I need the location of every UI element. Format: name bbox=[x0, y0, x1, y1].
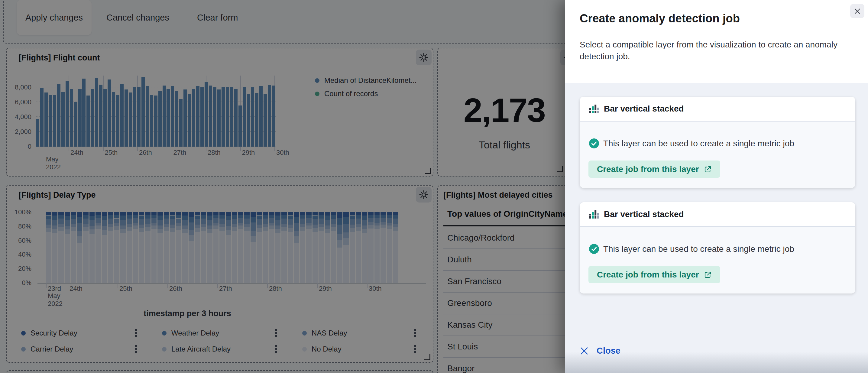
layer-type-label: Bar vertical stacked bbox=[604, 104, 684, 114]
layer-card-body: This layer can be used to create a singl… bbox=[580, 227, 855, 293]
bar-vertical-stacked-icon bbox=[589, 210, 599, 219]
flyout-body: Bar vertical stackedThis layer can be us… bbox=[565, 83, 868, 373]
create-job-button-label: Create job from this layer bbox=[597, 164, 699, 174]
create-anomaly-job-flyout: Create anomaly detection job Select a co… bbox=[565, 0, 868, 373]
check-circle-icon bbox=[589, 244, 599, 254]
external-link-icon bbox=[704, 165, 712, 173]
layer-card: Bar vertical stackedThis layer can be us… bbox=[580, 97, 855, 188]
flyout-description: Select a compatible layer from the visua… bbox=[580, 39, 855, 62]
layer-card-header: Bar vertical stacked bbox=[580, 97, 855, 121]
flyout-scroll-fade bbox=[565, 352, 868, 373]
layer-type-label: Bar vertical stacked bbox=[604, 210, 684, 219]
flyout-close-button[interactable] bbox=[850, 4, 864, 18]
layer-card-body: This layer can be used to create a singl… bbox=[580, 122, 855, 188]
bar-vertical-stacked-icon bbox=[589, 104, 599, 114]
close-icon bbox=[854, 8, 861, 14]
external-link-icon bbox=[704, 271, 712, 279]
compatibility-row: This layer can be used to create a singl… bbox=[589, 138, 794, 148]
compatibility-row: This layer can be used to create a singl… bbox=[589, 244, 794, 254]
create-job-button[interactable]: Create job from this layer bbox=[588, 160, 720, 178]
compatibility-message: This layer can be used to create a singl… bbox=[603, 139, 794, 148]
layer-card-header: Bar vertical stacked bbox=[580, 202, 855, 226]
flyout-title: Create anomaly detection job bbox=[580, 12, 740, 25]
check-circle-icon bbox=[589, 138, 599, 148]
compatibility-message: This layer can be used to create a singl… bbox=[603, 244, 794, 254]
create-job-button[interactable]: Create job from this layer bbox=[588, 266, 720, 283]
create-job-button-label: Create job from this layer bbox=[597, 270, 699, 280]
layer-card: Bar vertical stackedThis layer can be us… bbox=[580, 202, 855, 293]
